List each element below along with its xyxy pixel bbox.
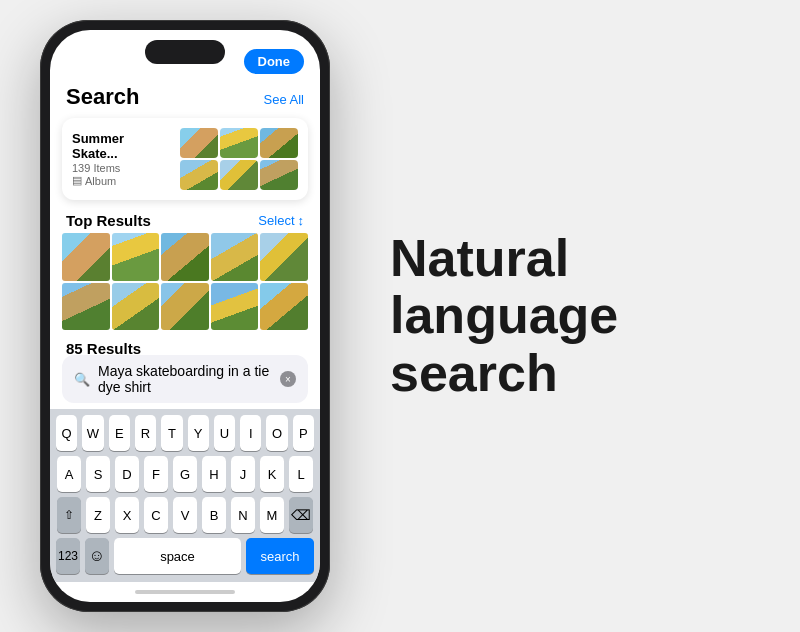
phone-screen: Done Search See All Summer Skate... 139 … — [50, 30, 320, 602]
see-all-link[interactable]: See All — [264, 92, 304, 107]
keyboard: Q W E R T Y U I O P A S — [50, 409, 320, 582]
key-q[interactable]: Q — [56, 415, 77, 451]
key-g[interactable]: G — [173, 456, 197, 492]
search-title: Search — [66, 84, 139, 110]
space-key[interactable]: space — [114, 538, 241, 574]
keyboard-row-1: Q W E R T Y U I O P — [56, 415, 314, 451]
key-l[interactable]: L — [289, 456, 313, 492]
screen-content: Search See All Summer Skate... 139 Items… — [50, 80, 320, 602]
photo-cell[interactable] — [62, 283, 110, 331]
album-thumb-5 — [220, 160, 258, 190]
photo-cell[interactable] — [211, 283, 259, 331]
album-type: ▤ Album — [72, 174, 170, 187]
sort-icon: ↕ — [298, 213, 305, 228]
key-i[interactable]: I — [240, 415, 261, 451]
results-count-label: 85 Results — [66, 340, 141, 355]
key-n[interactable]: N — [231, 497, 255, 533]
key-w[interactable]: W — [82, 415, 103, 451]
album-thumb-6 — [260, 160, 298, 190]
top-results-label: Top Results — [66, 212, 151, 229]
photo-cell[interactable] — [161, 233, 209, 281]
photo-cell[interactable] — [112, 283, 160, 331]
key-x[interactable]: X — [115, 497, 139, 533]
album-count: 139 Items — [72, 162, 170, 174]
select-link[interactable]: Select ↕ — [258, 213, 304, 228]
done-button[interactable]: Done — [244, 49, 305, 74]
key-s[interactable]: S — [86, 456, 110, 492]
key-z[interactable]: Z — [86, 497, 110, 533]
shift-key[interactable]: ⇧ — [57, 497, 81, 533]
search-bar[interactable]: 🔍 Maya skateboarding in a tie dye shirt … — [62, 355, 308, 403]
search-icon: 🔍 — [74, 372, 90, 387]
key-e[interactable]: E — [109, 415, 130, 451]
key-y[interactable]: Y — [188, 415, 209, 451]
scene: Done Search See All Summer Skate... 139 … — [0, 0, 800, 632]
key-c[interactable]: C — [144, 497, 168, 533]
home-bar — [135, 590, 235, 594]
delete-key[interactable]: ⌫ — [289, 497, 313, 533]
key-h[interactable]: H — [202, 456, 226, 492]
key-f[interactable]: F — [144, 456, 168, 492]
home-indicator — [50, 582, 320, 602]
results-count-header: 85 Results — [50, 336, 320, 355]
album-name: Summer Skate... — [72, 131, 170, 161]
album-thumbnails — [180, 128, 298, 190]
tagline-line-2: language — [390, 287, 760, 344]
album-info: Summer Skate... 139 Items ▤ Album — [72, 131, 170, 187]
top-results-header: Top Results Select ↕ — [50, 208, 320, 233]
search-button[interactable]: search — [246, 538, 314, 574]
keyboard-row-2: A S D F G H J K L — [56, 456, 314, 492]
top-results-grid — [50, 233, 320, 336]
key-v[interactable]: V — [173, 497, 197, 533]
photo-cell[interactable] — [62, 233, 110, 281]
search-query-text[interactable]: Maya skateboarding in a tie dye shirt — [98, 363, 272, 395]
album-thumb-4 — [180, 160, 218, 190]
album-card[interactable]: Summer Skate... 139 Items ▤ Album — [62, 118, 308, 200]
key-a[interactable]: A — [57, 456, 81, 492]
album-thumb-1 — [180, 128, 218, 158]
key-k[interactable]: K — [260, 456, 284, 492]
photo-cell[interactable] — [211, 233, 259, 281]
key-r[interactable]: R — [135, 415, 156, 451]
photo-cell[interactable] — [161, 283, 209, 331]
key-d[interactable]: D — [115, 456, 139, 492]
key-u[interactable]: U — [214, 415, 235, 451]
keyboard-row-3: ⇧ Z X C V B N M ⌫ — [56, 497, 314, 533]
key-p[interactable]: P — [293, 415, 314, 451]
keyboard-bottom-row: 123 ☺ space search — [56, 538, 314, 574]
tagline-line-1: Natural — [390, 230, 760, 287]
photo-cell[interactable] — [260, 233, 308, 281]
album-thumb-2 — [220, 128, 258, 158]
key-j[interactable]: J — [231, 456, 255, 492]
phone-mockup: Done Search See All Summer Skate... 139 … — [40, 20, 330, 612]
results-section: 85 Results — [50, 336, 320, 355]
album-thumb-3 — [260, 128, 298, 158]
emoji-key[interactable]: ☺ — [85, 538, 109, 574]
photo-cell[interactable] — [112, 233, 160, 281]
key-o[interactable]: O — [266, 415, 287, 451]
clear-button[interactable]: × — [280, 371, 296, 387]
tagline-line-3: search — [390, 345, 760, 402]
key-123[interactable]: 123 — [56, 538, 80, 574]
tagline: Natural language search — [370, 230, 760, 402]
key-m[interactable]: M — [260, 497, 284, 533]
key-t[interactable]: T — [161, 415, 182, 451]
search-header: Search See All — [50, 80, 320, 118]
photo-cell[interactable] — [260, 283, 308, 331]
album-icon: ▤ — [72, 174, 82, 187]
key-b[interactable]: B — [202, 497, 226, 533]
dynamic-island — [145, 40, 225, 64]
